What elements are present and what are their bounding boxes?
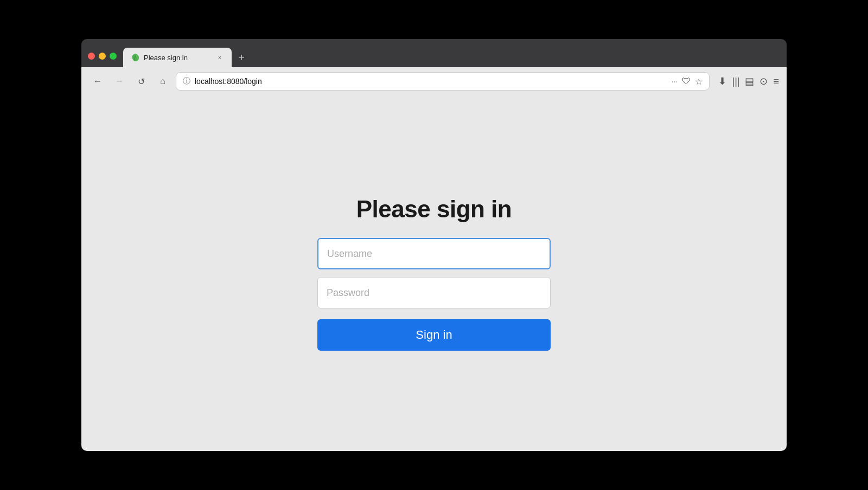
home-button[interactable]: ⌂: [154, 73, 171, 90]
download-icon[interactable]: ⬇: [718, 75, 726, 87]
minimize-button[interactable]: [99, 53, 106, 60]
title-bar: Please sign in × +: [81, 39, 787, 67]
close-button[interactable]: [88, 53, 95, 60]
page-heading: Please sign in: [356, 196, 512, 223]
library-icon[interactable]: |||: [732, 76, 739, 87]
back-button[interactable]: ←: [89, 73, 106, 90]
active-tab[interactable]: Please sign in ×: [123, 48, 232, 67]
address-info-icon: ⓘ: [183, 76, 190, 86]
new-tab-button[interactable]: +: [234, 50, 249, 65]
browser-window: Please sign in × + ← → ↺ ⌂ ⓘ localhost:8…: [81, 39, 787, 451]
menu-icon[interactable]: ≡: [773, 76, 779, 87]
forward-button[interactable]: →: [111, 73, 128, 90]
nav-bar: ← → ↺ ⌂ ⓘ localhost:8080/login ··· 🛡 ☆ ⬇…: [81, 67, 787, 95]
login-form: Please sign in Sign in: [317, 196, 551, 351]
tab-close-button[interactable]: ×: [215, 53, 224, 62]
reader-icon[interactable]: ▤: [745, 75, 754, 87]
sign-in-button[interactable]: Sign in: [317, 319, 551, 351]
tab-favicon-icon: [131, 53, 139, 62]
password-input[interactable]: [317, 277, 551, 308]
pocket-icon[interactable]: 🛡: [682, 76, 691, 86]
maximize-button[interactable]: [110, 53, 117, 60]
address-more-icon[interactable]: ···: [672, 77, 678, 86]
page-content: Please sign in Sign in: [81, 95, 787, 451]
star-icon[interactable]: ☆: [695, 76, 703, 87]
traffic-lights: [88, 53, 117, 67]
address-bar[interactable]: ⓘ localhost:8080/login ··· 🛡 ☆: [176, 72, 710, 91]
username-input[interactable]: [317, 238, 551, 269]
toolbar-right: ⬇ ||| ▤ ⊙ ≡: [718, 75, 779, 87]
address-text: localhost:8080/login: [195, 77, 667, 86]
tab-bar: Please sign in × +: [123, 48, 780, 67]
tab-title: Please sign in: [144, 54, 211, 62]
sync-icon[interactable]: ⊙: [760, 75, 768, 87]
reload-button[interactable]: ↺: [132, 73, 150, 90]
